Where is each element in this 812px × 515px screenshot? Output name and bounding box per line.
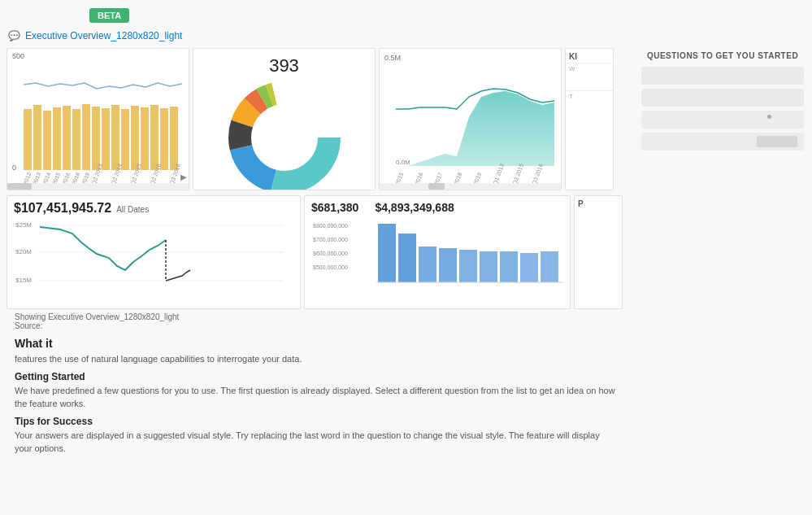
showing-line2: Source: <box>15 321 627 330</box>
svg-text:$15M: $15M <box>15 277 32 284</box>
question-item-3[interactable] <box>641 111 804 129</box>
svg-rect-61 <box>459 250 477 282</box>
beta-badge-row: BETA <box>0 0 812 27</box>
stat-value-right1: $681,380 <box>311 201 358 214</box>
getting-started-description: We have predefined a few questions for y… <box>15 384 619 411</box>
svg-rect-63 <box>500 251 518 282</box>
charts-row-1: 500 0 <box>7 48 627 190</box>
bar-chart-scrollbar[interactable] <box>7 183 189 190</box>
stat-label-left: All Dates <box>116 205 149 214</box>
svg-rect-11 <box>131 106 139 170</box>
questions-title: QUESTIONS TO GET YOU STARTED <box>641 51 804 60</box>
svg-rect-59 <box>419 247 436 282</box>
tips-title: Tips for Success <box>15 416 619 427</box>
svg-rect-57 <box>378 224 396 282</box>
svg-rect-12 <box>141 107 149 170</box>
area-chart-labels: 0.5M <box>384 54 401 62</box>
ki-label: KI <box>566 49 613 63</box>
left-panel: 500 0 <box>0 45 633 456</box>
bar-chart-svg: 2012 2013 2014 2015 2016 2018 2019 Q2 20… <box>24 60 189 186</box>
svg-rect-2 <box>43 111 51 170</box>
line-chart-card: $107,451,945.72 All Dates $25M $20M $15M <box>7 195 301 309</box>
svg-rect-8 <box>102 108 110 170</box>
right-panel: QUESTIONS TO GET YOU STARTED <box>633 45 812 456</box>
svg-rect-65 <box>541 251 558 282</box>
donut-chart-card: 393 <box>193 48 376 190</box>
svg-rect-6 <box>82 104 90 170</box>
svg-rect-0 <box>24 109 32 170</box>
svg-rect-4 <box>63 106 71 170</box>
bar-chart-card: 500 0 <box>7 48 189 190</box>
svg-text:$600,000,000: $600,000,000 <box>313 251 348 256</box>
svg-point-35 <box>252 105 317 170</box>
svg-rect-14 <box>160 108 168 170</box>
donut-chart-svg <box>203 76 366 190</box>
p-card: P <box>574 195 623 309</box>
question-dot <box>767 115 771 119</box>
area-chart-scrollbar[interactable] <box>380 183 561 190</box>
svg-rect-62 <box>480 251 497 282</box>
question-item-4[interactable] <box>641 133 804 151</box>
tips-description: Your answers are displayed in a suggeste… <box>15 429 619 456</box>
stat-value-right2: $4,893,349,688 <box>375 201 454 214</box>
chat-icon: 💬 <box>8 30 20 41</box>
question-item-2[interactable] <box>641 89 804 107</box>
area-chart-svg: 2015 2016 2017 2018 2019 Q1 2013 Q2 2015… <box>396 60 562 186</box>
svg-marker-36 <box>396 91 554 166</box>
svg-text:$700,000,000: $700,000,000 <box>313 237 348 242</box>
line-chart-svg: $25M $20M $15M <box>15 217 292 295</box>
stat-value-left: $107,451,945.72 <box>14 201 111 216</box>
showing-text-1: Showing Executive Overview_1280x820_ligh… <box>7 312 627 330</box>
svg-rect-60 <box>439 248 457 282</box>
p-label: P <box>575 196 622 210</box>
svg-rect-58 <box>398 233 416 282</box>
svg-rect-3 <box>53 107 61 170</box>
question-btn-inner <box>757 136 797 147</box>
svg-rect-7 <box>92 107 100 170</box>
what-it-title: What it <box>15 337 619 350</box>
beta-badge: BETA <box>89 8 129 23</box>
bar-chart-y-bottom: 0 <box>12 164 16 172</box>
ki-sub: W <box>566 63 613 74</box>
svg-rect-1 <box>33 105 41 170</box>
svg-text:$500,000,000: $500,000,000 <box>313 264 348 270</box>
svg-rect-15 <box>170 107 178 170</box>
ki-t: T <box>566 90 613 102</box>
getting-started-title: Getting Started <box>15 371 619 382</box>
svg-text:0.0M: 0.0M <box>396 159 410 166</box>
svg-rect-10 <box>121 109 129 170</box>
donut-value: 393 <box>193 49 375 76</box>
svg-text:$800,000,000: $800,000,000 <box>313 223 348 229</box>
svg-rect-13 <box>150 105 158 170</box>
bar-chart-y-top: 500 <box>12 52 24 60</box>
showing-line1: Showing Executive Overview_1280x820_ligh… <box>15 312 627 321</box>
breadcrumb-link[interactable]: Executive Overview_1280x820_light <box>25 30 182 41</box>
bar-chart2-svg: $800,000,000 $700,000,000 $600,000,000 $… <box>313 216 565 293</box>
svg-rect-64 <box>520 253 538 282</box>
area-chart-card: 0.5M 2015 2016 2017 <box>379 48 562 190</box>
ki-card: KI W T <box>565 48 614 190</box>
area-y-top: 0.5M <box>384 54 401 62</box>
charts-row-2: $107,451,945.72 All Dates $25M $20M $15M <box>7 195 627 309</box>
text-section: What it features the use of natural lang… <box>7 330 627 456</box>
svg-text:$25M: $25M <box>15 221 32 229</box>
bar-chart2-card: $681,380 $4,893,349,688 $800,000,000 $70… <box>304 195 571 309</box>
svg-rect-9 <box>111 105 119 170</box>
main-layout: 500 0 <box>0 45 812 456</box>
what-it-description: features the use of natural language cap… <box>15 352 619 366</box>
svg-rect-5 <box>72 109 80 170</box>
question-item-1[interactable] <box>641 67 804 85</box>
svg-text:$20M: $20M <box>15 248 32 255</box>
scroll-right-arrow[interactable]: ▶ <box>180 172 187 181</box>
breadcrumb-row: 💬 Executive Overview_1280x820_light <box>0 27 812 45</box>
